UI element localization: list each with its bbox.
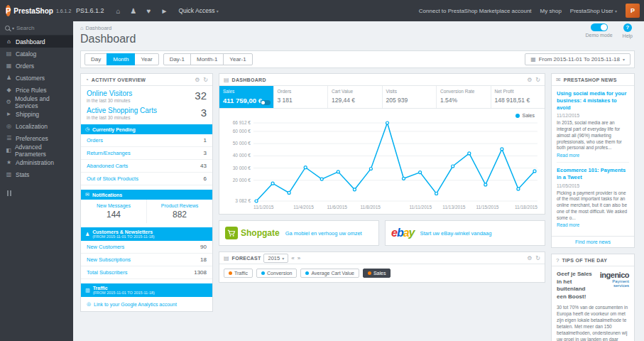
news-article: Using social media for your business: 4 …	[557, 90, 629, 163]
help-icon[interactable]: ?	[623, 23, 632, 32]
sales-line-chart[interactable]	[253, 120, 537, 204]
demo-mode-toggle[interactable]	[591, 23, 608, 31]
product-reviews-cell[interactable]: Product Reviews 882	[147, 200, 212, 223]
sales-toggle[interactable]	[261, 100, 271, 105]
shopgate-link[interactable]: Ga mobiel en verhoog uw omzet	[285, 230, 362, 237]
sidebar-search[interactable]: ▾	[0, 21, 73, 36]
new-messages-cell[interactable]: New Messages 144	[81, 200, 147, 223]
sidebar-item-customers[interactable]: ♟ Customers	[0, 72, 73, 84]
sidebar-item-dashboard[interactable]: ⌂ Dashboard	[0, 36, 73, 48]
modules-icon: ⚙	[6, 99, 11, 105]
rocket-icon[interactable]: ►	[160, 7, 168, 15]
section-title: Notifications	[92, 193, 122, 197]
read-more-link[interactable]: Read more	[557, 222, 629, 227]
kpi-cart-value[interactable]: Cart Value 129,44 €	[328, 86, 383, 108]
employee-icon[interactable]: ♟	[131, 7, 137, 15]
chevron-down-icon[interactable]: ▾	[12, 26, 14, 31]
ebay-promo-card[interactable]: ebay Start uw eBay-winkel vandaag	[385, 220, 545, 246]
traffic-dot-icon	[229, 271, 232, 275]
search-input[interactable]	[16, 25, 59, 31]
gear-icon[interactable]: ⚙	[527, 77, 532, 83]
x-axis-tick: 11/6/2015	[327, 205, 346, 210]
sidebar-collapse-button[interactable]	[7, 190, 73, 196]
refresh-icon[interactable]: ↻	[535, 255, 540, 261]
sidebar-item-stats[interactable]: ▥ Stats	[0, 168, 73, 180]
kpi-label: Cart Value	[332, 89, 378, 94]
shop-name[interactable]: PS1.6.1.2	[76, 7, 104, 14]
row-label: Abandoned Carts	[87, 163, 128, 169]
store-icon[interactable]: ⌂	[116, 7, 121, 15]
kpi-value: 1.54%	[440, 97, 487, 104]
sidebar-item-localization[interactable]: ◎ Localization	[0, 120, 73, 132]
quick-access-menu[interactable]: Quick Access ▾	[178, 7, 218, 14]
avatar[interactable]: P	[626, 4, 640, 18]
filter-day-button[interactable]: Day	[84, 53, 107, 65]
filter-year-button[interactable]: Year	[134, 53, 158, 65]
traffic-header: ▥ Traffic (FROM 2015-11-01 TO 2015-11-18…	[81, 283, 212, 297]
online-visitors-link[interactable]: Online Visitors	[87, 90, 132, 97]
kpi-value: 129,44 €	[332, 97, 378, 104]
sidebar-item-catalog[interactable]: ▤ Catalog	[0, 48, 73, 60]
gear-icon[interactable]: ⚙	[195, 77, 200, 83]
sidebar-item-preferences[interactable]: ☰ Preferences	[0, 132, 73, 144]
sidebar-item-modules[interactable]: ⚙ Modules and Services	[0, 96, 73, 108]
pending-returns-row[interactable]: Return/Exchanges 3	[81, 147, 212, 160]
google-analytics-link[interactable]: ◎ Link to your Google Analytics account	[81, 297, 212, 311]
total-subscribers-row[interactable]: Total Subscribers 1308	[81, 266, 212, 279]
news-headline-link[interactable]: Using social media for your business: 4 …	[557, 90, 629, 111]
user-menu[interactable]: PrestaShop User ▾	[570, 8, 617, 14]
news-headline-link[interactable]: Ecommerce 101: Payments in a Tweet	[557, 167, 629, 181]
find-more-news-link[interactable]: Find more news	[552, 236, 634, 247]
shopgate-promo-card[interactable]: Shopgate Ga mobiel en verhoog uw omzet	[219, 220, 379, 246]
chart-legend[interactable]: Sales	[515, 113, 535, 118]
active-carts-link[interactable]: Active Shopping Carts	[87, 107, 157, 114]
refresh-icon[interactable]: ↻	[535, 77, 540, 83]
sidebar-item-price-rules[interactable]: ◆ Price Rules	[0, 84, 73, 96]
chip-label: Sales	[373, 271, 386, 276]
sidebar-item-administration[interactable]: ★ Administration	[0, 156, 73, 168]
prestashop-logo[interactable]: P PrestaShop 1.6.1.2	[0, 5, 73, 16]
sidebar-item-orders[interactable]: ▦ Orders	[0, 60, 73, 72]
forecast-avg-cart-chip[interactable]: Average Cart Value	[300, 269, 359, 278]
sidebar-item-advanced-parameters[interactable]: ◧ Advanced Parameters	[0, 144, 73, 156]
kpi-conversion-rate[interactable]: Conversion Rate 1.54%	[437, 86, 491, 108]
ingenico-subtitle: Payment services	[597, 279, 629, 288]
refresh-icon[interactable]: ↻	[203, 77, 208, 83]
date-range-picker[interactable]: ▦ From 2015-11-01 To 2015-11-18 ▾	[525, 53, 631, 65]
next-period-button[interactable]: »	[298, 255, 300, 261]
forecast-traffic-chip[interactable]: Traffic	[224, 269, 253, 278]
customers-icon: ♟	[85, 232, 89, 237]
out-of-stock-row[interactable]: Out of Stock Products 6	[81, 173, 212, 185]
row-value: 1	[204, 137, 207, 144]
kpi-sales[interactable]: Sales 411 759,00 €	[219, 86, 274, 108]
kpi-net-profit[interactable]: Net Profit 148 918,51 €	[491, 86, 545, 108]
marketplace-connect-link[interactable]: Connect to PrestaShop Marketplace accoun…	[419, 8, 532, 14]
new-subscriptions-row[interactable]: New Subscriptions 18	[81, 254, 212, 266]
catalog-icon: ▤	[6, 50, 12, 57]
pending-orders-row[interactable]: Orders 1	[81, 134, 212, 147]
sidebar-item-label: Catalog	[16, 50, 36, 58]
ebay-link[interactable]: Start uw eBay-winkel vandaag	[420, 230, 492, 237]
breadcrumb[interactable]: ⌂ Dashboard	[80, 25, 635, 31]
my-shop-link[interactable]: My shop	[540, 8, 562, 14]
forecast-conversion-chip[interactable]: Conversion	[256, 269, 297, 278]
kpi-visits[interactable]: Visits 205 939	[383, 86, 437, 108]
online-visitors-value: 32	[195, 90, 207, 102]
demo-mode-label: Demo mode	[585, 33, 612, 38]
new-customers-row[interactable]: New Customers 90	[81, 241, 212, 254]
sidebar-item-shipping[interactable]: ► Shipping	[0, 108, 73, 120]
x-axis-tick: 11/11/2015	[409, 205, 432, 210]
filter-year-1-button[interactable]: Year-1	[223, 53, 252, 65]
filter-day-1-button[interactable]: Day-1	[163, 53, 191, 65]
filter-month-button[interactable]: Month	[107, 53, 135, 65]
gear-icon[interactable]: ⚙	[527, 255, 532, 261]
forecast-sales-chip[interactable]: Sales	[363, 269, 391, 278]
kpi-orders[interactable]: Orders 3 181	[274, 86, 329, 108]
read-more-link[interactable]: Read more	[557, 153, 629, 158]
abandoned-carts-row[interactable]: Abandoned Carts 43	[81, 160, 212, 173]
filter-month-1-button[interactable]: Month-1	[190, 53, 224, 65]
prev-period-button[interactable]: «	[291, 255, 294, 261]
y-axis-tick: 3 082 €	[235, 198, 251, 203]
favorites-icon[interactable]: ♥	[147, 7, 151, 15]
forecast-year-select[interactable]: 2015 ▾	[263, 254, 288, 263]
